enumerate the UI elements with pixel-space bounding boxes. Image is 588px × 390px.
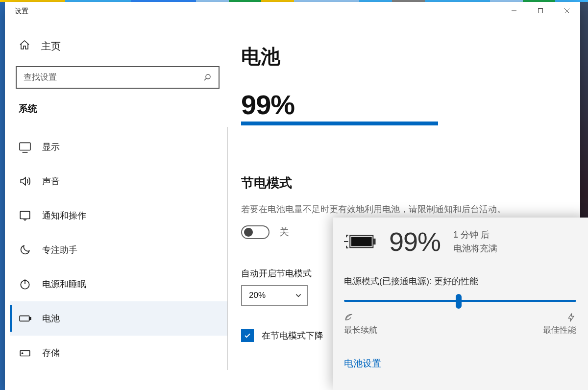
home-icon [19,39,30,53]
window-title: 设置 [5,2,28,24]
maximize-button[interactable] [527,2,554,20]
slider-thumb[interactable] [456,294,462,309]
sidebar-item-sound[interactable]: 声音 [10,164,227,198]
display-icon [19,141,31,153]
lower-brightness-checkbox[interactable] [241,329,254,342]
nav-list: 显示声音通知和操作专注助手电源和睡眠电池存储 [10,127,228,370]
sidebar-item-display[interactable]: 显示 [10,130,227,164]
close-button[interactable] [554,2,580,20]
flyout-remaining: 1 分钟 后 电池将充满 [453,229,497,254]
page-title: 电池 [241,43,561,70]
power-mode-label: 电源模式(已接通电源): 更好的性能 [344,275,576,287]
sidebar-item-label: 声音 [42,175,60,187]
maximize-icon [538,8,543,14]
lower-brightness-label: 在节电模式下降 [262,330,323,341]
category-header: 系统 [10,98,228,127]
notif-icon [19,209,31,222]
lightning-icon [566,313,576,322]
dropdown-value: 20% [249,291,266,300]
search-box[interactable] [16,66,220,89]
battery-level-bar [241,122,438,125]
sidebar: 主页 系统 显示声音通知和操作专注助手电源和睡眠电池存储 [5,30,228,390]
home-nav[interactable]: 主页 [10,30,228,62]
moon-icon [19,244,31,256]
remain-line1: 1 分钟 后 [453,229,497,241]
close-icon [564,8,570,14]
sidebar-item-label: 专注助手 [42,244,77,256]
sidebar-item-label: 存储 [42,347,60,359]
saver-section-title: 节电模式 [241,174,561,192]
sidebar-item-label: 显示 [42,141,60,153]
saver-description: 若要在电池电量不足时更有效地利用电池，请限制通知和后台活动。 [241,202,561,217]
saver-toggle[interactable] [241,225,270,239]
titlebar: 设置 [5,2,580,24]
search-icon [203,73,212,82]
flyout-percent: 99% [389,226,441,257]
sidebar-item-battery[interactable]: 电池 [10,301,227,336]
sidebar-item-moon[interactable]: 专注助手 [10,233,227,267]
sound-icon [19,175,31,188]
sidebar-item-label: 电池 [42,313,60,324]
battery-percent-large: 99% [241,89,561,121]
storage-icon [19,346,31,359]
sidebar-item-notif[interactable]: 通知和操作 [10,198,227,233]
slider-label-right: 最佳性能 [543,313,576,336]
minimize-button[interactable] [501,2,527,20]
home-label: 主页 [41,40,61,53]
battery-icon [19,312,31,325]
leaf-icon [344,313,354,322]
auto-saver-dropdown[interactable]: 20% [241,285,308,306]
svg-line-5 [204,78,206,80]
battery-settings-link[interactable]: 电池设置 [344,357,381,370]
battery-flyout: 99% 1 分钟 后 电池将充满 电源模式(已接通电源): 更好的性能 最长续航… [333,218,588,390]
sidebar-item-label: 电源和睡眠 [42,278,86,290]
saver-toggle-state: 关 [279,225,289,239]
sidebar-item-label: 通知和操作 [42,210,86,221]
slider-label-left: 最长续航 [344,313,377,336]
power-icon [19,278,31,291]
svg-rect-18 [373,239,375,244]
svg-rect-8 [20,211,30,219]
sidebar-item-storage[interactable]: 存储 [10,336,227,370]
window-controls [501,2,580,24]
check-icon [244,332,251,340]
svg-rect-12 [30,317,31,319]
svg-rect-17 [351,237,372,246]
remain-line2: 电池将充满 [453,243,497,254]
svg-rect-11 [20,316,29,321]
battery-charging-icon [344,231,377,252]
sidebar-item-power[interactable]: 电源和睡眠 [10,267,227,301]
power-mode-slider[interactable] [344,294,576,309]
svg-point-14 [22,353,23,354]
minimize-icon [511,8,517,14]
svg-rect-1 [539,9,543,13]
chevron-down-icon [295,292,302,299]
svg-point-4 [206,74,210,79]
svg-rect-6 [20,143,30,150]
search-input[interactable] [24,73,203,82]
